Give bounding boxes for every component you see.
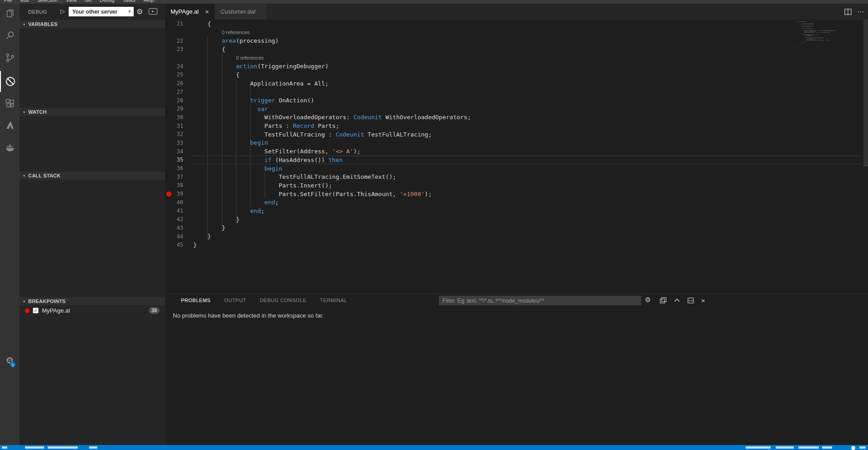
line-number[interactable]: 31 — [165, 123, 183, 129]
codelens-row[interactable]: 0 references — [165, 54, 868, 62]
panel-tab-output[interactable]: OUTPUT — [224, 298, 246, 303]
status-item[interactable] — [2, 446, 7, 449]
codelens-row[interactable]: 0 references — [165, 28, 868, 37]
line-number[interactable]: 27 — [165, 89, 183, 95]
code-line-36[interactable]: 36begin — [165, 164, 868, 173]
code-line-21[interactable]: 21{ — [165, 20, 868, 28]
line-number[interactable]: 43 — [165, 225, 183, 231]
line-number[interactable]: 21 — [165, 20, 183, 27]
line-number[interactable]: 36 — [165, 165, 183, 172]
code-line-25[interactable]: 25{ — [165, 71, 868, 79]
more-actions-icon[interactable]: ⋯ — [857, 8, 864, 16]
close-icon[interactable]: × — [205, 8, 209, 15]
code-editor[interactable]: 21{0 references22area(processing)23{0 re… — [165, 20, 868, 293]
line-number[interactable]: 44 — [165, 233, 183, 240]
breakpoint-list-item[interactable]: ✓ MyPAge.al 39 — [20, 306, 165, 315]
activity-bar-item-extensions[interactable] — [0, 93, 20, 114]
line-number[interactable]: 32 — [165, 131, 183, 137]
activity-bar-item-docker[interactable] — [0, 137, 20, 158]
status-item[interactable] — [776, 446, 794, 449]
line-number[interactable]: 42 — [165, 216, 183, 222]
minimap[interactable]: {area(processing){action(TriggeringDebug… — [793, 20, 848, 47]
code-line-33[interactable]: 33begin — [165, 139, 868, 147]
status-item[interactable] — [25, 446, 44, 449]
activity-bar-item-source-control[interactable] — [0, 47, 20, 68]
status-item[interactable] — [798, 446, 819, 449]
line-number[interactable]: 23 — [165, 46, 183, 52]
code-line-24[interactable]: 24action(TriggeringDebugger) — [165, 62, 868, 71]
code-line-34[interactable]: 34SetFilter(Address, '<> A'); — [165, 147, 868, 156]
code-line-32[interactable]: 32TestFullALTracing : Codeunit TestFullA… — [165, 130, 868, 139]
panel-layout-icon[interactable] — [687, 298, 694, 303]
debug-console-icon[interactable]: ▸ — [149, 8, 157, 15]
line-number[interactable]: 41 — [165, 207, 183, 214]
line-number[interactable]: 35 — [165, 157, 183, 163]
status-item[interactable] — [89, 446, 97, 449]
configure-gear-icon[interactable]: ⚙ — [136, 7, 143, 16]
line-number[interactable]: 30 — [165, 114, 183, 121]
code-line-29[interactable]: 29var — [165, 105, 868, 113]
menu-tasks[interactable]: Tasks — [119, 0, 140, 3]
menu-go[interactable]: Go — [81, 0, 96, 3]
filter-gear-icon[interactable]: ⚙ — [645, 296, 651, 304]
status-item[interactable] — [746, 446, 771, 449]
code-line-22[interactable]: 22area(processing) — [165, 36, 868, 45]
codelens-label[interactable]: 0 references — [193, 30, 250, 35]
close-panel-icon[interactable]: × — [701, 297, 705, 304]
activity-bar-item-search[interactable] — [0, 25, 20, 46]
code-line-44[interactable]: 44} — [165, 232, 868, 241]
activity-bar-item-debug[interactable] — [0, 71, 20, 92]
line-number[interactable]: 24 — [165, 63, 183, 70]
line-number[interactable]: 33 — [165, 140, 183, 146]
code-line-31[interactable]: 31Parts : Record Parts; — [165, 121, 868, 130]
line-number[interactable]: 40 — [165, 199, 183, 206]
line-number[interactable]: 45 — [165, 242, 183, 248]
code-line-42[interactable]: 42} — [165, 215, 868, 224]
code-line-23[interactable]: 23{ — [165, 45, 868, 54]
launch-config-dropdown[interactable]: Your other server ▼ — [69, 7, 134, 16]
line-number[interactable]: 38 — [165, 182, 183, 188]
menu-debug[interactable]: Debug — [95, 0, 118, 3]
problems-filter-input[interactable] — [439, 296, 641, 305]
menu-view[interactable]: View — [62, 0, 81, 3]
status-item[interactable] — [822, 446, 832, 449]
section-header-breakpoints[interactable]: ▾ BREAKPOINTS — [20, 297, 165, 305]
code-line-26[interactable]: 26ApplicationArea = All; — [165, 79, 868, 88]
code-line-45[interactable]: 45} — [165, 241, 868, 249]
menu-help[interactable]: Help — [140, 0, 158, 3]
activity-bar-item-azure[interactable] — [0, 115, 20, 136]
code-line-28[interactable]: 28trigger OnAction() — [165, 96, 868, 105]
status-item[interactable] — [48, 446, 78, 449]
line-number[interactable]: 34 — [165, 148, 183, 155]
code-line-43[interactable]: 43} — [165, 224, 868, 233]
line-number[interactable]: 22 — [165, 38, 183, 44]
activity-bar-item-explorer[interactable] — [0, 3, 20, 24]
tab-customer-dal[interactable]: Customer.dal — [215, 4, 267, 20]
line-number[interactable]: 28 — [165, 97, 183, 104]
code-line-38[interactable]: 38Parts.Insert(); — [165, 181, 868, 190]
breakpoint-dot[interactable] — [166, 192, 171, 197]
code-line-39[interactable]: 39Parts.SetFilter(Parts.ThisAmount, '>10… — [165, 190, 868, 198]
panel-tab-debug-console[interactable]: DEBUG CONSOLE — [260, 298, 306, 303]
section-header-variables[interactable]: ▾ VARIABLES — [20, 20, 165, 28]
line-number[interactable]: 37 — [165, 174, 183, 180]
status-item[interactable] — [851, 446, 855, 450]
line-number[interactable]: 26 — [165, 80, 183, 86]
code-line-35[interactable]: 35if (HasAddress()) then — [165, 156, 868, 164]
start-debug-icon[interactable]: ▷ — [60, 8, 65, 15]
split-editor-icon[interactable] — [844, 9, 852, 15]
code-line-40[interactable]: 40end; — [165, 198, 868, 207]
panel-tab-problems[interactable]: PROBLEMS — [181, 298, 211, 303]
line-number[interactable]: 25 — [165, 71, 183, 78]
status-item[interactable] — [859, 446, 866, 449]
panel-tab-terminal[interactable]: TERMINAL — [320, 298, 347, 303]
code-line-41[interactable]: 41end; — [165, 207, 868, 215]
line-number[interactable]: 29 — [165, 106, 183, 112]
codelens-label[interactable]: 0 references — [193, 55, 264, 61]
code-line-30[interactable]: 30WithOverloadedOperators: Codeunit With… — [165, 113, 868, 122]
maximize-panel-icon[interactable] — [674, 298, 680, 303]
menu-selection[interactable]: Selection — [33, 0, 62, 3]
breakpoint-checkbox[interactable]: ✓ — [33, 308, 39, 313]
section-header-watch[interactable]: ▾ WATCH — [20, 108, 165, 116]
code-line-27[interactable]: 27 — [165, 88, 868, 96]
